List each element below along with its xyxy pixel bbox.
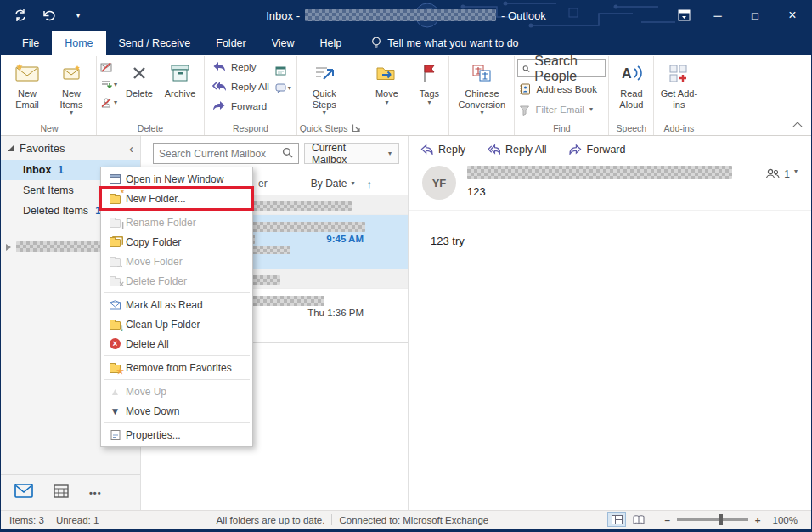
ribbon-tabbar: File Home Send / Receive Folder View Hel… — [1, 31, 811, 55]
more-respond-button[interactable]: ▾ — [275, 82, 291, 95]
zoom-slider[interactable] — [677, 518, 748, 521]
minimize-folder-pane-icon[interactable]: ‹ — [129, 142, 133, 155]
delete-label: Delete — [126, 88, 153, 99]
zoom-slider-thumb[interactable] — [719, 514, 723, 525]
people-icon — [765, 168, 780, 179]
zoom-out-button[interactable]: – — [664, 515, 669, 525]
reply-all-icon — [212, 81, 226, 92]
normal-view-button[interactable] — [607, 512, 626, 527]
forward-icon — [569, 144, 582, 155]
menu-item-move-down[interactable]: ▼ Move Down — [102, 401, 251, 421]
sort-direction-icon[interactable]: ↑ — [367, 178, 373, 190]
reply-all-button[interactable]: Reply All — [207, 76, 274, 96]
reply-icon — [212, 61, 226, 72]
collapse-ribbon-icon[interactable] — [792, 122, 802, 131]
undo-icon[interactable] — [42, 8, 57, 23]
message-header-meta[interactable]: 1 ▾ — [765, 166, 798, 200]
quick-steps-button[interactable]: Quick Steps ▾ — [300, 57, 349, 120]
address-book-icon — [519, 83, 531, 95]
get-addins-button[interactable]: Get Add-ins — [657, 57, 701, 120]
menu-item-move-folder: → Move Folder — [102, 252, 251, 271]
meeting-button[interactable] — [275, 64, 291, 77]
window-controls: ─ □ × — [668, 0, 811, 31]
quick-steps-label: Quick Steps — [301, 88, 348, 110]
favorites-header[interactable]: Favorites ‹ — [1, 136, 140, 160]
tab-folder[interactable]: Folder — [203, 31, 258, 55]
maximize-button[interactable]: □ — [736, 0, 774, 31]
delete-button[interactable]: Delete — [120, 57, 159, 120]
nav-more-icon[interactable]: ••• — [89, 488, 102, 498]
address-book-button[interactable]: Address Book — [517, 80, 599, 99]
read-aloud-button[interactable]: A Read Aloud — [612, 57, 651, 120]
close-button[interactable]: × — [774, 0, 811, 31]
tell-me-label: Tell me what you want to do — [387, 37, 518, 49]
new-email-button[interactable]: New Email — [5, 57, 49, 120]
read-aloud-label: Read Aloud — [612, 88, 650, 110]
tags-label: Tags — [420, 88, 439, 99]
zoom-level[interactable]: 100% — [773, 515, 798, 525]
menu-item-clean-up-folder[interactable]: ↓ Clean Up Folder — [102, 314, 251, 334]
menu-item-properties[interactable]: Properties... — [102, 425, 251, 444]
archive-button[interactable]: Archive — [159, 57, 201, 120]
tab-help[interactable]: Help — [307, 31, 355, 55]
sort-by-dropdown[interactable]: By Date ▾ — [311, 178, 355, 190]
forward-label: Forward — [587, 144, 626, 156]
ribbon-group-speech: A Read Aloud Speech — [609, 56, 654, 135]
reading-view-button[interactable] — [629, 512, 648, 527]
lightbulb-icon — [371, 37, 381, 49]
window-icon — [104, 173, 126, 184]
tab-home[interactable]: Home — [52, 31, 105, 55]
menu-item-new-folder[interactable]: * New Folder... — [102, 189, 251, 208]
reply-quick-button[interactable]: Reply — [420, 144, 465, 156]
junk-button[interactable]: ▾ — [100, 96, 117, 110]
ribbon-display-options-icon[interactable] — [668, 0, 699, 31]
forward-label: Forward — [231, 101, 267, 111]
zoom-in-button[interactable]: + — [755, 515, 761, 525]
search-placeholder: Search Current Mailbox — [159, 148, 266, 160]
menu-item-copy-folder[interactable]: Copy Folder — [102, 232, 251, 252]
qat-customize-chevron-icon[interactable]: ▾ — [70, 8, 86, 23]
clean-up-button[interactable]: ▾ — [100, 78, 117, 92]
reply-all-quick-button[interactable]: Reply All — [488, 144, 547, 156]
send-receive-icon[interactable] — [13, 8, 28, 23]
reply-button[interactable]: Reply — [207, 57, 274, 76]
title-prefix: Inbox - — [266, 9, 300, 22]
forward-quick-button[interactable]: Forward — [569, 144, 626, 156]
search-people-button[interactable]: Search People — [517, 59, 606, 77]
mailbox-scope-dropdown[interactable]: Current Mailbox ▾ — [304, 143, 399, 164]
tell-me-box[interactable]: Tell me what you want to do — [371, 31, 518, 55]
nav-calendar-icon[interactable] — [54, 484, 69, 501]
menu-item-open-in-new-window[interactable]: Open in New Window — [102, 169, 251, 189]
menu-separator — [104, 422, 250, 423]
search-input[interactable]: Search Current Mailbox — [153, 143, 299, 164]
new-email-icon — [14, 60, 40, 86]
chevron-down-icon: ▾ — [70, 110, 73, 116]
menu-item-delete-all[interactable]: × Delete All — [102, 334, 251, 354]
new-items-button[interactable]: New Items ▾ — [49, 57, 93, 120]
window-bottom-border — [1, 529, 811, 532]
chinese-conversion-button[interactable]: Chinese Conversion ▾ — [452, 57, 511, 120]
move-button[interactable]: Move ▾ — [367, 57, 406, 120]
new-email-label: New Email — [6, 88, 48, 110]
forward-button[interactable]: Forward — [207, 96, 274, 116]
title-suffix: - Outlook — [501, 9, 546, 22]
clean-up-folder-icon: ↓ — [104, 319, 126, 330]
menu-separator — [104, 292, 250, 293]
message-header: YF 123 1 ▾ — [409, 161, 811, 211]
meeting-icon — [275, 65, 286, 76]
ignore-button[interactable] — [100, 60, 117, 74]
tags-button[interactable]: Tags ▾ — [412, 57, 446, 120]
menu-item-remove-from-favorites[interactable]: ★ Remove from Favorites — [102, 358, 251, 377]
properties-icon — [104, 429, 126, 441]
sender-avatar[interactable]: YF — [422, 166, 456, 200]
expand-triangle-icon — [6, 244, 11, 251]
tab-send-receive[interactable]: Send / Receive — [106, 31, 204, 55]
nav-mail-icon[interactable] — [14, 484, 33, 501]
minimize-button[interactable]: ─ — [699, 0, 736, 31]
dialog-launcher-icon[interactable] — [352, 123, 361, 133]
tab-file[interactable]: File — [9, 31, 52, 55]
tab-view[interactable]: View — [259, 31, 307, 55]
menu-item-mark-all-read[interactable]: Mark All as Read — [102, 295, 251, 314]
filter-tab-fragment[interactable]: er — [258, 178, 268, 190]
chevron-down-icon: ▾ — [480, 110, 483, 116]
